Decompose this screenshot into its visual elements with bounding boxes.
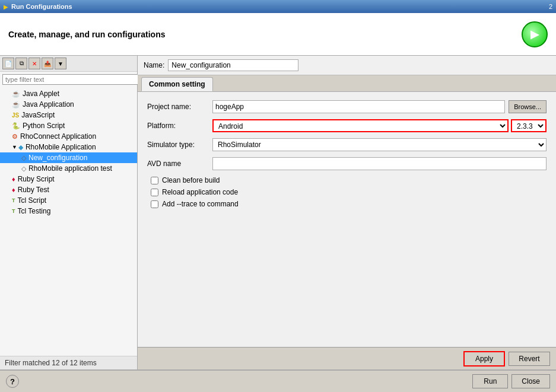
clean-before-build-checkbox[interactable]: [151, 177, 158, 184]
content-area: 📄 ⧉ ✕ 📤 ▼ ☕ Java Applet ☕ Java Applicati…: [0, 56, 556, 369]
rhoconnect-icon: ⚙: [12, 133, 18, 141]
reload-app-code-checkbox[interactable]: [151, 189, 158, 196]
main-header-title: Create, manage, and run configurations: [8, 30, 166, 39]
help-button[interactable]: ?: [6, 375, 19, 388]
delete-config-button[interactable]: ✕: [28, 58, 40, 69]
footer-bar: ? Run Close: [0, 369, 556, 392]
form-area: Project name: Browse... Platform: Androi…: [138, 92, 556, 347]
project-name-input[interactable]: [212, 100, 505, 113]
footer-actions: Run Close: [472, 374, 550, 388]
sidebar-item-javascript[interactable]: JS JavaScript: [0, 110, 137, 120]
java-applet-icon: ☕: [12, 90, 20, 98]
ruby-test-icon: ♦: [12, 186, 15, 193]
sidebar-item-java-application[interactable]: ☕ Java Application: [0, 99, 137, 110]
ruby-script-icon: ♦: [12, 176, 15, 183]
avd-name-row: AVD name: [147, 157, 547, 170]
reload-app-code-label: Reload application code: [162, 188, 238, 196]
avd-name-input[interactable]: [212, 157, 547, 170]
duplicate-config-button[interactable]: ⧉: [15, 58, 27, 69]
config-name-label: Name:: [144, 61, 164, 69]
new-config-button[interactable]: 📄: [2, 58, 14, 69]
import-config-button[interactable]: ▼: [55, 58, 66, 69]
add-trace-label: Add --trace to command: [162, 200, 239, 208]
rhomobile-icon: ◆: [18, 144, 23, 151]
project-name-row: Project name: Browse...: [147, 100, 547, 113]
version-select[interactable]: 2.3.3 2.3.2 2.3.1: [511, 119, 547, 132]
revert-button[interactable]: Revert: [509, 352, 550, 366]
apply-button[interactable]: Apply: [463, 351, 505, 366]
run-button-footer[interactable]: Run: [472, 374, 508, 388]
close-button[interactable]: Close: [511, 374, 550, 388]
browse-button[interactable]: Browse...: [509, 100, 547, 113]
platform-row: Platform: Android iOS Windows Mobile 2.3…: [147, 119, 547, 132]
platform-label: Platform:: [147, 122, 212, 130]
main-panel: Name: Common setting Project name: Brows…: [138, 56, 556, 369]
javascript-icon: JS: [12, 112, 19, 119]
sidebar-tree: ☕ Java Applet ☕ Java Application JS Java…: [0, 87, 137, 356]
sidebar-footer: Filter matched 12 of 12 items: [0, 356, 137, 369]
avd-name-label: AVD name: [147, 160, 212, 168]
export-config-button[interactable]: 📤: [42, 58, 53, 69]
simulator-type-select[interactable]: RhoSimulator Android Emulator: [212, 138, 547, 151]
sidebar-item-java-applet[interactable]: ☕ Java Applet: [0, 88, 137, 99]
add-trace-checkbox[interactable]: [151, 200, 158, 208]
title-bar-title: Run Configurations: [11, 3, 549, 10]
rhomobile-collapse-arrow: ▼: [12, 144, 17, 150]
platform-select[interactable]: Android iOS Windows Mobile: [212, 119, 509, 132]
title-bar: ▶ Run Configurations 2: [0, 0, 556, 13]
sidebar-item-rhomobile-app[interactable]: ▼ ◆ RhoMobile Application: [0, 142, 137, 152]
sidebar-item-new-configuration[interactable]: ◇ New_configuration: [0, 152, 137, 163]
add-trace-row: Add --trace to command: [147, 200, 547, 208]
filter-input[interactable]: [2, 74, 139, 85]
sidebar-item-ruby-script[interactable]: ♦ Ruby Script: [0, 174, 137, 184]
simulator-type-label: Simulator type:: [147, 141, 212, 149]
sidebar-item-ruby-test[interactable]: ♦ Ruby Test: [0, 184, 137, 195]
tcl-testing-icon: T: [12, 208, 15, 214]
sidebar-item-rhomobile-test[interactable]: ◇ RhoMobile application test: [0, 163, 137, 174]
sidebar: 📄 ⧉ ✕ 📤 ▼ ☕ Java Applet ☕ Java Applicati…: [0, 56, 138, 369]
title-bar-icon: ▶: [4, 4, 8, 10]
apply-revert-bar: Apply Revert: [138, 347, 556, 369]
java-application-icon: ☕: [12, 101, 20, 109]
config-name-input[interactable]: [168, 59, 298, 71]
sidebar-item-python-script[interactable]: 🐍 Python Script: [0, 120, 137, 131]
clean-before-build-row: Clean before build: [147, 176, 547, 184]
tab-bar: Common setting: [138, 75, 556, 92]
main-header: Create, manage, and run configurations ▶: [0, 13, 556, 56]
sidebar-item-tcl-testing[interactable]: T Tcl Testing: [0, 206, 137, 216]
python-script-icon: 🐍: [12, 122, 20, 130]
sidebar-toolbar: 📄 ⧉ ✕ 📤 ▼: [0, 56, 137, 72]
run-button[interactable]: ▶: [522, 21, 548, 47]
tcl-script-icon: T: [12, 197, 15, 203]
rhomobile-test-icon: ◇: [21, 165, 26, 173]
config-name-row: Name:: [138, 56, 556, 75]
tab-common-setting[interactable]: Common setting: [141, 77, 213, 91]
sidebar-item-tcl-script[interactable]: T Tcl Script: [0, 195, 137, 206]
sidebar-item-rhoconnect[interactable]: ⚙ RhoConnect Application: [0, 131, 137, 142]
new-config-icon: ◇: [21, 154, 26, 162]
project-name-label: Project name:: [147, 103, 212, 111]
simulator-type-row: Simulator type: RhoSimulator Android Emu…: [147, 138, 547, 151]
clean-before-build-label: Clean before build: [162, 176, 220, 184]
title-bar-close-button[interactable]: 2: [549, 3, 552, 10]
reload-app-code-row: Reload application code: [147, 188, 547, 196]
